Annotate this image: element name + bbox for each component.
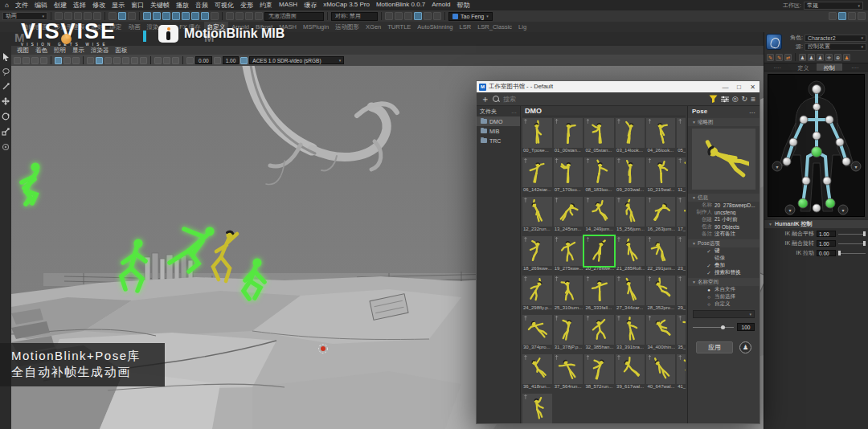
vp-2d-pan-zoom-icon[interactable] (63, 57, 71, 64)
sidebar-modeling-toolkit-icon[interactable] (858, 12, 866, 20)
menu-item[interactable]: 变形 (237, 1, 256, 10)
hik-tab[interactable]: 控制 (817, 63, 842, 71)
snap-view-plane-icon[interactable] (182, 12, 190, 20)
pose-item[interactable]: †07_170loo... (554, 157, 583, 196)
pose-item[interactable]: †24_298fly.p... (522, 276, 552, 314)
menu-item[interactable]: xMoCap 3.5 Pro (320, 1, 373, 10)
rotate-tool-icon[interactable] (2, 112, 10, 121)
vp-overs캔-icon[interactable] (72, 57, 80, 64)
pose-item[interactable]: †15_256jum... (616, 197, 645, 235)
make-live-icon[interactable] (191, 12, 199, 20)
menu-item[interactable]: 关键帧 (147, 1, 173, 10)
snap-point-icon[interactable] (162, 12, 170, 20)
shelf-tab[interactable]: 自定义 (204, 22, 229, 32)
pose-item[interactable]: †08_183loo... (584, 157, 614, 196)
menu-item[interactable]: 文件 (12, 1, 31, 10)
shelf-tab[interactable]: TURTLE (384, 22, 414, 32)
vp-xray-icon[interactable] (163, 57, 170, 64)
pose-item[interactable]: †37_564run... (554, 354, 583, 393)
thumbnail-section-header[interactable]: ▼缩略图 (688, 118, 760, 126)
no-live-surface-field[interactable]: 无激活曲面 (264, 12, 324, 21)
undo-icon[interactable] (84, 12, 92, 20)
menu-item[interactable]: 缓存 (301, 1, 320, 10)
shelf-tab[interactable]: FX 缓存 (176, 22, 204, 32)
info-section-header[interactable]: ▼信息 (688, 194, 760, 202)
namespace-row[interactable]: ○自定义 (688, 300, 760, 308)
menu-item[interactable]: 帮助 (453, 1, 473, 10)
viewport-menu-item[interactable]: 渲染器 (88, 47, 113, 55)
shelf-tab[interactable]: 动画 (125, 22, 144, 32)
pose-item[interactable]: †29_367pro... (677, 276, 686, 314)
pose-item[interactable]: †33_391bra... (616, 315, 645, 353)
options-section-header[interactable]: ▼Pose选项 (688, 239, 760, 247)
shelf-tab[interactable]: Lig (515, 22, 530, 32)
paint-effects-icon[interactable] (424, 12, 432, 20)
lock-icon[interactable] (211, 12, 219, 20)
menu-item[interactable]: Arnold (428, 1, 453, 10)
hik-tab[interactable]: 定义 (790, 63, 816, 71)
folder-item[interactable]: MIB (477, 126, 520, 136)
pose-item[interactable]: †20_278swe... (584, 236, 614, 275)
shelf-tab[interactable]: 多边形建模 (51, 22, 88, 32)
input-connections-icon[interactable] (226, 12, 234, 20)
character-dropdown[interactable]: Character2 ▾ (805, 35, 866, 42)
pose-item[interactable]: †09_203wal... (616, 157, 645, 196)
menu-item[interactable]: 可视化 (211, 1, 237, 10)
checkbox-icon[interactable]: ✓ (706, 270, 712, 276)
apply-button[interactable]: 应用 (696, 341, 733, 353)
hik-slider-handle[interactable] (863, 241, 866, 246)
workspace-dropdown[interactable]: 常规 ▾ (804, 2, 863, 10)
pin-rotate-icon[interactable]: ♟ (843, 54, 850, 61)
source-dropdown[interactable]: 控制装置 ▾ (805, 43, 866, 51)
maximize-button[interactable]: □ (732, 81, 746, 92)
namespace-row[interactable]: ○当前选择 (688, 293, 760, 300)
menu-item[interactable]: 播放 (173, 1, 192, 10)
selection-icon[interactable]: ✛ (825, 54, 833, 61)
pose-item[interactable]: †18_269swe... (522, 236, 552, 275)
stance-pose-icon[interactable]: ♟ (799, 54, 806, 61)
vp-camera-attrs-icon[interactable] (31, 57, 39, 64)
menu-item[interactable]: 窗口 (128, 1, 147, 10)
vp-bookmark-icon[interactable] (40, 57, 47, 64)
render-settings-icon[interactable] (404, 12, 412, 20)
close-button[interactable]: ✕ (746, 81, 760, 92)
pose-item[interactable]: †06_142star... (522, 157, 552, 196)
option-row[interactable]: ✓叠加 (688, 262, 760, 269)
open-scene-icon[interactable] (64, 12, 72, 20)
folder-item[interactable]: DMO (477, 116, 520, 126)
namespace-dropdown[interactable]: ▾ (693, 310, 755, 318)
vp-gamma-icon[interactable] (214, 57, 221, 64)
hik-slider-track[interactable] (838, 231, 866, 237)
new-item-icon[interactable]: ＋ (481, 95, 489, 104)
menu-item[interactable]: 显示 (108, 1, 128, 10)
select-hierarchy-icon[interactable] (108, 12, 117, 20)
pose-item[interactable]: †13_245run... (554, 197, 583, 235)
gamma-field[interactable]: 1.00 (223, 56, 240, 64)
pose-item[interactable]: †19_275swe... (554, 236, 583, 275)
pose-item[interactable]: †35_405do... (677, 315, 686, 353)
viewport-menu-item[interactable]: 视图 (14, 47, 32, 55)
menu-set-dropdown[interactable]: 动画 ▾ (2, 12, 47, 20)
pose-item[interactable]: †32_385han... (584, 315, 614, 353)
viewport-menu-item[interactable]: 显示 (69, 47, 88, 55)
hik-slider-track[interactable] (838, 240, 866, 247)
hik-slider-track[interactable] (838, 250, 866, 256)
option-row[interactable]: ✓搜索和替换 (688, 269, 760, 276)
vp-shaded-icon[interactable] (96, 57, 103, 64)
hik-tab[interactable]: ···· (764, 63, 790, 71)
shelf-tab[interactable]: Arnold (228, 22, 252, 32)
option-row[interactable]: 镜像 (688, 255, 760, 262)
last-tool-icon[interactable] (2, 143, 10, 151)
namespace-row[interactable]: ●来自文件 (688, 286, 760, 293)
shelf-tab[interactable]: MASH (276, 22, 300, 32)
shelf-tab[interactable]: LSR (457, 22, 475, 32)
colorspace-dropdown[interactable]: ACES 1.0 SDR-video (sRGB) ▾ (249, 56, 344, 64)
exposure-field[interactable]: 0.00 (195, 56, 212, 64)
paint-select-tool-icon[interactable] (2, 83, 10, 90)
hik-slider-value[interactable]: 0.00 (817, 250, 836, 256)
history-icon[interactable] (245, 12, 253, 20)
humanik-logo-icon[interactable] (766, 34, 782, 50)
vp-textured-icon[interactable] (104, 57, 112, 64)
vp-ao-icon[interactable] (131, 57, 138, 64)
shelf-tab[interactable]: 运动图形 (332, 22, 362, 32)
